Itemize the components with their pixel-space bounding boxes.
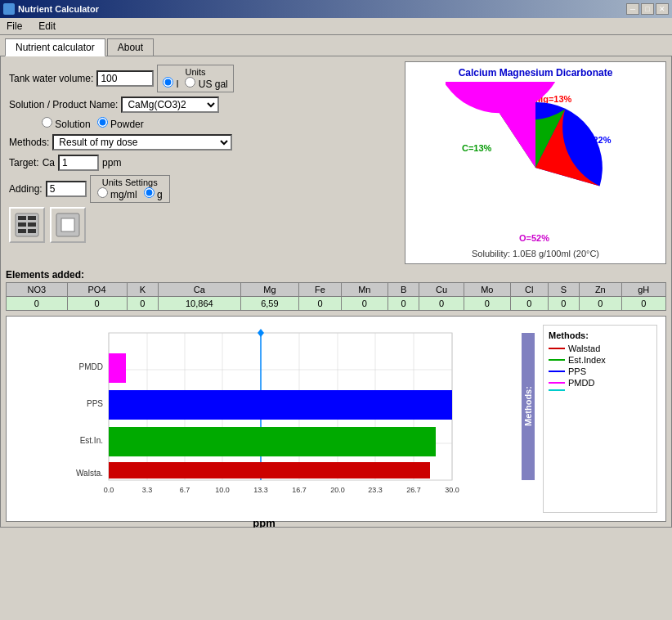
col-gh: gH (621, 283, 665, 297)
val-mn: 0 (341, 297, 388, 311)
svg-text:16.7: 16.7 (292, 486, 307, 494)
units-usgal-radio[interactable]: US gal (185, 77, 227, 90)
menu-file[interactable]: File (3, 20, 25, 33)
target-input[interactable] (58, 155, 99, 171)
pie-chart-panel: Calcium Magnesium Dicarbonate Ca=22% Mg=… (405, 61, 666, 264)
val-ca: 10,864 (159, 297, 241, 311)
col-cl: Cl (510, 283, 548, 297)
tab-nutrient-calculator[interactable]: Nutrient calculator (5, 38, 105, 56)
svg-text:23.3: 23.3 (368, 486, 383, 494)
target-label: Target: (9, 157, 39, 168)
svg-text:13.3: 13.3 (253, 486, 268, 494)
col-k: K (127, 283, 159, 297)
svg-text:0.0: 0.0 (104, 486, 114, 494)
svg-text:Est.In.: Est.In. (80, 436, 103, 445)
val-mg: 6,59 (240, 297, 299, 311)
bar-walstad (109, 462, 430, 478)
solution-powder-row: Solution Powder (9, 117, 396, 130)
maximize-button[interactable]: □ (641, 3, 654, 15)
units-l-radio[interactable]: l (163, 77, 178, 90)
col-po4: PO4 (67, 283, 127, 297)
bar-pmdd (109, 353, 126, 383)
close-button[interactable]: ✕ (656, 3, 669, 15)
solution-select[interactable]: CaMg(CO3)2 (121, 97, 219, 113)
walstad-line (549, 348, 565, 349)
tank-volume-label: Tank water volume: (9, 73, 93, 84)
val-b: 0 (388, 297, 419, 311)
target-unit: ppm (102, 157, 121, 168)
svg-text:26.7: 26.7 (406, 486, 421, 494)
val-po4: 0 (67, 297, 127, 311)
title-bar: Nutrient Calculator ─ □ ✕ (0, 0, 672, 18)
val-zn: 0 (580, 297, 621, 311)
bar-chart-panel: PMDD PPS Est.In. Walsta. (6, 316, 666, 522)
window-title: Nutrient Calculator (18, 4, 99, 14)
units-g-radio[interactable]: g (144, 187, 163, 200)
app-icon (3, 3, 15, 15)
svg-rect-8 (61, 218, 74, 231)
legend-extra (549, 389, 652, 391)
units-settings-label: Units Settings (97, 177, 163, 187)
svg-text:3.3: 3.3 (142, 486, 153, 494)
col-zn: Zn (580, 283, 621, 297)
svg-text:30.0: 30.0 (445, 486, 459, 494)
val-cu: 0 (419, 297, 464, 311)
svg-text:Walsta.: Walsta. (76, 469, 103, 478)
clear-button[interactable] (50, 207, 86, 243)
solubility-text: Solubility: 1.0E8 g/100ml (20°C) (472, 249, 599, 258)
col-cu: Cu (419, 283, 464, 297)
val-s: 0 (548, 297, 580, 311)
svg-rect-3 (18, 222, 26, 227)
x-axis-label: ppm (15, 517, 513, 528)
adding-row: Adding: Units Settings mg/ml g (9, 175, 396, 203)
methods-select[interactable]: Result of my dose (52, 134, 232, 151)
svg-rect-4 (28, 222, 36, 227)
extra-line (549, 389, 565, 391)
elements-title: Elements added: (6, 269, 666, 281)
elements-section: Elements added: NO3 PO4 K Ca Mg Fe Mn B … (6, 269, 666, 311)
svg-rect-6 (28, 229, 36, 233)
methods-row: Methods: Result of my dose (9, 134, 396, 151)
solution-label: Solution / Product Name: (9, 99, 118, 110)
svg-text:PMDD: PMDD (79, 362, 103, 371)
chart-title: Calcium Magnesium Dicarbonate (459, 67, 613, 79)
col-no3: NO3 (7, 283, 68, 297)
units-group: Units l US gal (157, 65, 233, 92)
methods-label: Methods: (9, 137, 49, 148)
calculate-button[interactable] (9, 207, 45, 243)
legend-estindex: Est.Index (549, 355, 652, 365)
svg-rect-5 (18, 229, 26, 233)
units-mgml-radio[interactable]: mg/ml (97, 187, 137, 200)
svg-text:20.0: 20.0 (330, 486, 345, 494)
target-row: Target: Ca ppm (9, 155, 396, 171)
val-k: 0 (127, 297, 159, 311)
svg-rect-1 (18, 216, 26, 220)
tank-volume-input[interactable] (96, 70, 154, 87)
solution-radio[interactable]: Solution (42, 117, 91, 130)
main-content: Tank water volume: Units l US gal (0, 56, 672, 528)
bar-estindex (109, 427, 436, 456)
tank-volume-row: Tank water volume: Units l US gal (9, 65, 396, 92)
form-panel: Tank water volume: Units l US gal (6, 61, 400, 264)
val-cl: 0 (510, 297, 548, 311)
pie-chart: Ca=22% Mg=13% C=13% O=52% (446, 82, 625, 245)
menu-edit[interactable]: Edit (35, 20, 59, 33)
col-mg: Mg (240, 283, 299, 297)
legend-title: Methods: (549, 330, 652, 340)
bar-chart-area: PMDD PPS Est.In. Walsta. (15, 325, 513, 513)
svg-text:C=13%: C=13% (462, 143, 492, 153)
legend-pmdd: PMDD (549, 378, 652, 388)
bar-chart-svg: PMDD PPS Est.In. Walsta. (15, 325, 513, 513)
tab-about[interactable]: About (107, 38, 154, 56)
table-row: 0 0 0 10,864 6,59 0 0 0 0 0 0 0 0 0 (7, 297, 666, 311)
col-b: B (388, 283, 419, 297)
chart-legend: Methods: Walstad Est.Index PPS PMDD (543, 325, 657, 513)
powder-radio[interactable]: Powder (97, 117, 144, 130)
col-mo: Mo (464, 283, 510, 297)
val-mo: 0 (464, 297, 510, 311)
minimize-button[interactable]: ─ (626, 3, 639, 15)
methods-vertical-label: Methods: (522, 333, 535, 480)
pps-line (549, 371, 565, 372)
target-element: Ca (43, 157, 55, 168)
adding-input[interactable] (46, 181, 87, 197)
